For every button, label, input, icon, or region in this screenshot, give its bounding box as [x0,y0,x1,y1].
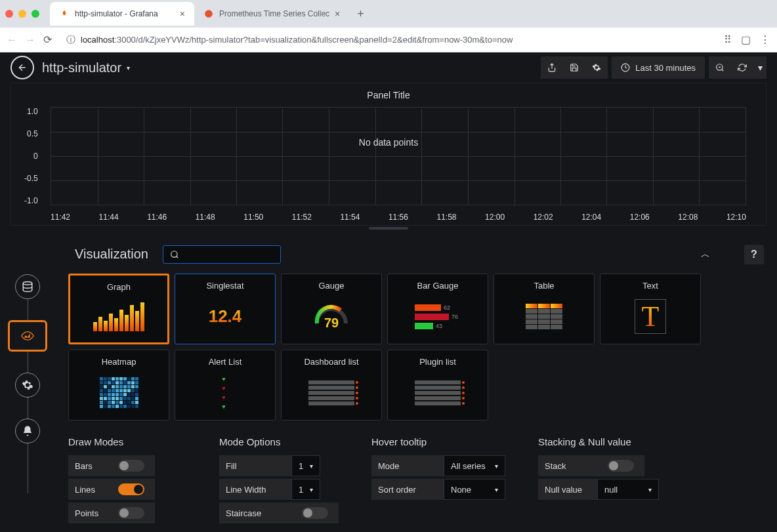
dashboard-list-preview-icon [288,372,375,413]
url-text: localhost:3000/d/kZjxeYVWz/http-simulato… [81,35,513,45]
grafana-favicon-icon [59,9,70,19]
bars-label: Bars [68,455,108,476]
stacking-section: Stacking & Null value Stack Null value n… [538,436,659,526]
translate-icon[interactable]: ⠿ [724,33,732,46]
svg-point-3 [23,282,32,285]
stack-toggle[interactable] [608,460,634,472]
alert-tab-icon[interactable] [15,419,40,443]
window-controls [5,10,39,18]
browser-tab-grafana[interactable]: http-simulator - Grafana × [50,2,194,26]
svg-point-4 [171,251,177,256]
collapse-icon[interactable]: ︿ [701,249,710,260]
chart-area[interactable]: 1.0 0.5 0 -0.5 -1.0 No data points 1 [11,107,766,225]
tooltip-mode-select[interactable]: All series▾ [444,455,505,476]
settings-button[interactable] [585,56,608,79]
y-axis-labels: 1.0 0.5 0 -0.5 -1.0 [24,107,38,205]
x-axis-labels: 11:4211:44 11:4611:48 11:5011:52 11:5411… [51,213,746,222]
viz-card-graph[interactable]: Graph [68,274,169,344]
line-width-label: Line Width [219,479,291,500]
bars-toggle[interactable] [118,460,144,472]
reload-button[interactable]: ⟳ [43,33,52,46]
points-label: Points [68,502,108,523]
browser-tab-prometheus[interactable]: Prometheus Time Series Collec × [194,2,349,26]
sort-order-label: Sort order [371,479,444,500]
visualization-tab-label[interactable]: Visualization [68,243,155,266]
zoom-out-button[interactable] [709,56,731,79]
minimize-window-button[interactable] [18,10,26,18]
viz-card-text[interactable]: Text T [600,274,701,344]
viz-card-alert-list[interactable]: Alert List ♥ ♥ ♥ ♥ [175,350,276,420]
time-range-button[interactable]: Last 30 minutes [612,56,705,79]
lines-toggle[interactable] [118,483,144,495]
points-toggle[interactable] [118,507,144,519]
address-bar[interactable]: ⓘ localhost:3000/d/kZjxeYVWz/http-simula… [60,31,716,49]
queries-tab-icon[interactable] [15,274,40,299]
general-tab-icon[interactable] [15,373,40,398]
dropdown-icon: ▾ [127,64,130,72]
info-icon: ⓘ [66,34,75,46]
svg-point-0 [205,10,213,18]
share-button[interactable] [541,56,563,79]
close-window-button[interactable] [5,10,13,18]
plugin-list-preview-icon [394,372,481,413]
tab-title: http-simulator - Grafana [75,9,158,18]
viz-card-bar-gauge[interactable]: Bar Gauge 62 76 43 [387,274,488,344]
no-data-message: No data points [359,137,418,148]
back-button[interactable] [10,56,34,79]
help-button[interactable]: ? [744,245,764,264]
viz-card-singlestat[interactable]: Singlestat 12.4 [175,274,276,344]
panel-title[interactable]: Panel Title [11,83,766,107]
viz-card-gauge[interactable]: Gauge 79 [281,274,382,344]
staircase-label: Staircase [219,502,291,523]
profile-icon[interactable]: ▢ [741,33,751,46]
visualization-tab-icon[interactable] [8,320,47,352]
staircase-toggle[interactable] [302,507,328,519]
editor-sidebar [0,235,55,526]
close-tab-icon[interactable]: × [180,9,185,19]
maximize-window-button[interactable] [32,10,39,18]
graph-preview-icon [77,297,161,336]
close-tab-icon[interactable]: × [335,9,340,19]
null-value-select[interactable]: null▾ [597,479,659,500]
viz-card-dashboard-list[interactable]: Dashboard list [281,350,382,420]
line-width-select[interactable]: 1▾ [291,479,320,500]
viz-card-table[interactable]: Table [494,274,595,344]
save-button[interactable] [563,56,585,79]
lines-label: Lines [68,479,108,500]
chart-grid [51,107,746,205]
table-preview-icon [501,296,587,337]
heatmap-preview-icon [75,372,162,413]
menu-icon[interactable]: ⋮ [760,33,770,46]
refresh-button[interactable] [731,56,753,79]
tooltip-mode-label: Mode [371,455,444,476]
search-icon [170,250,179,259]
viz-card-plugin-list[interactable]: Plugin list [387,350,488,420]
text-preview-icon: T [607,296,694,337]
fill-select[interactable]: 1▾ [291,455,320,476]
gauge-preview-icon: 79 [288,296,375,337]
hover-tooltip-section: Hover tooltip Mode All series▾ Sort orde… [371,436,505,526]
editor-header: Visualization ︿ ? [68,235,764,274]
grafana-top-bar: http-simulator ▾ Last 30 minutes ▾ [0,52,777,83]
nav-back-button[interactable]: ← [7,34,17,46]
refresh-interval-button[interactable]: ▾ [753,56,766,79]
dashboard-title[interactable]: http-simulator ▾ [42,60,130,75]
viz-card-heatmap[interactable]: Heatmap [68,350,169,420]
tab-title: Prometheus Time Series Collec [219,9,329,18]
viz-search-input[interactable] [163,245,281,264]
sort-order-select[interactable]: None▾ [444,479,505,500]
nav-forward-button[interactable]: → [25,34,35,46]
resize-handle[interactable] [369,227,408,230]
fill-label: Fill [219,455,291,476]
prometheus-favicon-icon [203,9,214,19]
bar-gauge-preview-icon: 62 76 43 [415,296,461,337]
null-value-label: Null value [538,479,597,500]
new-tab-button[interactable]: + [357,7,364,21]
clock-icon [621,63,630,72]
singlestat-preview-icon: 12.4 [209,306,242,327]
stack-label: Stack [538,455,597,476]
alert-list-preview-icon: ♥ ♥ ♥ ♥ [202,372,248,413]
graph-panel: Panel Title 1.0 0.5 0 -0.5 -1.0 [10,83,766,226]
browser-toolbar: ← → ⟳ ⓘ localhost:3000/d/kZjxeYVWz/http-… [0,28,777,52]
draw-modes-section: Draw Modes Bars Lines Points [68,436,186,526]
